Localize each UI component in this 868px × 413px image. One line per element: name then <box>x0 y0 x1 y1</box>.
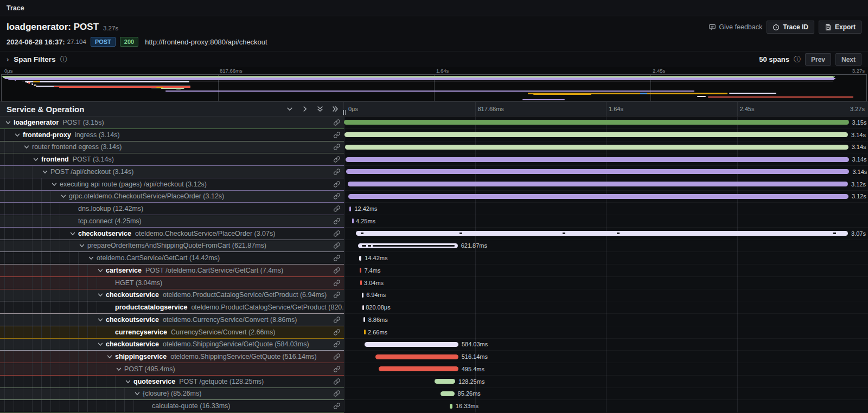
next-button[interactable]: Next <box>835 53 861 66</box>
span-link-icon[interactable] <box>333 390 341 397</box>
span-name-cell[interactable]: POST (495.4ms) <box>0 363 344 376</box>
span-name-cell[interactable]: {closure} (85.26ms) <box>0 388 344 401</box>
span-link-icon[interactable] <box>333 156 341 163</box>
indent-guide <box>23 301 32 313</box>
span-link-icon[interactable] <box>333 242 341 249</box>
trace-id-button[interactable]: Trace ID <box>767 21 814 34</box>
span-link-icon[interactable] <box>333 131 341 139</box>
chevron-down-icon[interactable] <box>78 242 86 249</box>
span-duration-bar[interactable] <box>435 379 455 384</box>
chevron-down-icon[interactable] <box>97 340 104 348</box>
span-name-cell[interactable]: tcp.connect (4.25ms) <box>0 215 344 228</box>
span-row: frontendPOST (3.14s)3.14s <box>0 153 868 166</box>
indent-guide <box>60 339 69 351</box>
span-name-cell[interactable]: frontend-proxyingress (3.14s) <box>0 129 344 141</box>
span-name-cell[interactable]: frontendPOST (3.14s) <box>0 153 344 166</box>
export-button[interactable]: Export <box>819 21 861 34</box>
chevron-right-icon[interactable]: › <box>7 55 9 63</box>
span-name-cell[interactable]: checkoutserviceoteldemo.CurrencyService/… <box>0 314 344 326</box>
chevron-down-icon[interactable] <box>106 353 113 360</box>
chevron-down-icon[interactable] <box>50 180 58 188</box>
span-name-cell[interactable]: oteldemo.CartService/GetCart (14.42ms) <box>0 252 344 264</box>
span-name-cell[interactable]: cartservicePOST /oteldemo.CartService/Ge… <box>0 264 344 277</box>
span-duration-bar[interactable] <box>356 231 848 236</box>
span-name-cell[interactable]: dns.lookup (12.42ms) <box>0 203 344 215</box>
span-duration-bar[interactable] <box>348 182 848 186</box>
expand-all-icon[interactable] <box>331 105 339 113</box>
span-duration-bar[interactable] <box>441 391 454 396</box>
chevron-down-icon[interactable] <box>4 119 12 126</box>
span-name-cell[interactable]: HGET (3.04ms) <box>0 277 344 289</box>
span-link-icon[interactable] <box>333 254 341 262</box>
span-link-icon[interactable] <box>333 119 341 126</box>
chevron-down-icon[interactable] <box>60 192 67 200</box>
collapse-all-icon[interactable] <box>316 105 324 113</box>
span-duration-bar[interactable] <box>348 194 848 199</box>
span-duration-bar[interactable] <box>344 132 848 137</box>
chevron-down-icon[interactable] <box>133 390 141 397</box>
chevron-down-icon[interactable] <box>23 143 30 151</box>
span-link-icon[interactable] <box>333 267 341 274</box>
span-link-icon[interactable] <box>333 192 341 200</box>
chevron-down-icon[interactable] <box>32 156 40 163</box>
span-link-icon[interactable] <box>333 378 341 385</box>
span-link-icon[interactable] <box>333 230 341 237</box>
chevron-down-icon[interactable] <box>97 316 104 324</box>
span-link-icon[interactable] <box>333 217 341 225</box>
indent-guide <box>14 314 23 326</box>
span-link-icon[interactable] <box>333 353 341 360</box>
indent-guide <box>23 351 32 363</box>
span-name-cell[interactable]: quoteservicePOST /getquote (128.25ms) <box>0 376 344 388</box>
chevron-down-icon[interactable] <box>124 378 132 385</box>
span-name-cell[interactable]: productcatalogserviceoteldemo.ProductCat… <box>0 301 344 314</box>
trace-minimap[interactable]: 0μs817.66ms1.64s2.45s3.27s <box>0 67 868 101</box>
span-name-cell[interactable]: checkoutserviceoteldemo.ShippingService/… <box>0 339 344 351</box>
chevron-down-icon[interactable] <box>87 254 95 262</box>
span-duration-bar[interactable] <box>346 169 850 174</box>
span-link-icon[interactable] <box>333 340 341 348</box>
span-duration-bar[interactable] <box>379 366 458 371</box>
span-link-icon[interactable] <box>333 143 341 151</box>
span-duration-bar[interactable] <box>365 342 458 347</box>
span-link-icon[interactable] <box>333 180 341 188</box>
span-link-icon[interactable] <box>333 402 341 410</box>
span-duration-bar[interactable] <box>345 145 848 150</box>
span-link-icon[interactable] <box>333 279 341 287</box>
span-name-cell[interactable]: grpc.oteldemo.CheckoutService/PlaceOrder… <box>0 191 344 203</box>
chevron-down-icon[interactable] <box>14 131 21 139</box>
span-link-icon[interactable] <box>333 316 341 324</box>
span-name-cell[interactable]: prepareOrderItemsAndShippingQuoteFromCar… <box>0 240 344 253</box>
span-duration-bar[interactable] <box>346 157 849 162</box>
span-link-icon[interactable] <box>333 328 341 336</box>
chevron-down-icon[interactable] <box>97 291 104 299</box>
give-feedback-link[interactable]: Give feedback <box>709 23 762 31</box>
span-name-cell[interactable]: shippingserviceoteldemo.ShippingService/… <box>0 351 344 363</box>
span-link-icon[interactable] <box>333 291 341 299</box>
collapse-one-icon[interactable] <box>286 105 293 113</box>
indent-guide <box>41 301 50 313</box>
chevron-down-icon[interactable] <box>41 168 49 176</box>
span-duration-bar[interactable] <box>344 120 849 125</box>
prev-button[interactable]: Prev <box>805 53 831 66</box>
span-duration-bar[interactable] <box>375 354 458 359</box>
span-name-cell[interactable]: calculate-quote (16.33ms) <box>0 400 344 412</box>
chevron-down-icon[interactable] <box>69 230 76 237</box>
span-link-icon[interactable] <box>333 205 341 212</box>
span-name-cell[interactable]: checkoutserviceoteldemo.CheckoutService/… <box>0 228 344 240</box>
span-duration-label: 495.4ms <box>458 366 484 372</box>
expand-one-icon[interactable] <box>301 105 309 113</box>
chevron-down-icon[interactable] <box>97 267 104 274</box>
span-duration-bar[interactable] <box>358 243 458 248</box>
span-name-cell[interactable]: router frontend egress (3.14s) <box>0 141 344 154</box>
span-filters-label[interactable]: Span Filters <box>14 55 55 63</box>
span-name-cell[interactable]: currencyserviceCurrencyService/Convert (… <box>0 326 344 339</box>
span-name-cell[interactable]: loadgeneratorPOST (3.15s) <box>0 117 344 129</box>
span-link-icon[interactable] <box>333 365 341 373</box>
minimap-chart[interactable] <box>1 74 867 101</box>
span-name-cell[interactable]: checkoutserviceoteldemo.ProductCatalogSe… <box>0 289 344 302</box>
span-link-icon[interactable] <box>333 168 341 176</box>
chevron-down-icon[interactable] <box>115 365 123 373</box>
span-name-cell[interactable]: POST /api/checkout (3.14s) <box>0 166 344 178</box>
span-name-cell[interactable]: executing api route (pages) /api/checkou… <box>0 178 344 191</box>
indent-guide <box>50 339 60 351</box>
